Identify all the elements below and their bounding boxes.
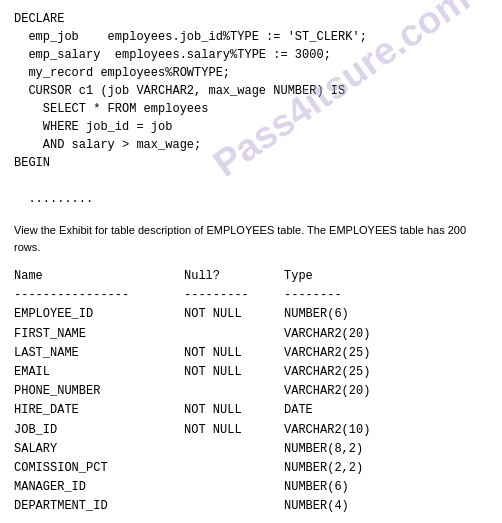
cell-name: EMPLOYEE_ID: [14, 305, 184, 324]
cell-null: NOT NULL: [184, 401, 284, 420]
cell-null: [184, 497, 284, 516]
table-header: Name Null? Type: [14, 267, 488, 286]
cell-name: JOB_ID: [14, 421, 184, 440]
table-row: COMISSION_PCTNUMBER(2,2): [14, 459, 488, 478]
cell-name: PHONE_NUMBER: [14, 382, 184, 401]
cell-type: NUMBER(2,2): [284, 459, 434, 478]
cell-null: [184, 478, 284, 497]
cell-type: VARCHAR2(25): [284, 363, 434, 382]
divider-type: --------: [284, 286, 434, 305]
cell-type: VARCHAR2(25): [284, 344, 434, 363]
cell-null: [184, 382, 284, 401]
divider-name: ----------------: [14, 286, 184, 305]
table-row: PHONE_NUMBERVARCHAR2(20): [14, 382, 488, 401]
table-row: HIRE_DATENOT NULLDATE: [14, 401, 488, 420]
cell-type: NUMBER(6): [284, 305, 434, 324]
cell-null: NOT NULL: [184, 363, 284, 382]
cell-type: NUMBER(4): [284, 497, 434, 516]
col-header-null: Null?: [184, 267, 284, 286]
cell-name: EMAIL: [14, 363, 184, 382]
cell-name: LAST_NAME: [14, 344, 184, 363]
cell-type: VARCHAR2(20): [284, 382, 434, 401]
cell-type: VARCHAR2(20): [284, 325, 434, 344]
col-header-name: Name: [14, 267, 184, 286]
cell-null: [184, 459, 284, 478]
cell-type: NUMBER(8,2): [284, 440, 434, 459]
cell-name: HIRE_DATE: [14, 401, 184, 420]
table-row: FIRST_NAMEVARCHAR2(20): [14, 325, 488, 344]
cell-name: MANAGER_ID: [14, 478, 184, 497]
table-divider: ---------------- --------- --------: [14, 286, 488, 305]
cell-null: [184, 325, 284, 344]
table-row: LAST_NAMENOT NULLVARCHAR2(25): [14, 344, 488, 363]
cell-name: SALARY: [14, 440, 184, 459]
cell-type: DATE: [284, 401, 434, 420]
divider-null: ---------: [184, 286, 284, 305]
cell-name: COMISSION_PCT: [14, 459, 184, 478]
cell-null: NOT NULL: [184, 305, 284, 324]
cell-null: NOT NULL: [184, 421, 284, 440]
cell-name: DEPARTMENT_ID: [14, 497, 184, 516]
employees-table: Name Null? Type ---------------- -------…: [14, 267, 488, 516]
cell-null: NOT NULL: [184, 344, 284, 363]
cell-null: [184, 440, 284, 459]
table-row: EMAILNOT NULLVARCHAR2(25): [14, 363, 488, 382]
description-text: View the Exhibit for table description o…: [14, 222, 488, 255]
cell-type: NUMBER(6): [284, 478, 434, 497]
table-row: EMPLOYEE_IDNOT NULLNUMBER(6): [14, 305, 488, 324]
cell-type: VARCHAR2(10): [284, 421, 434, 440]
table-row: SALARYNUMBER(8,2): [14, 440, 488, 459]
table-row: JOB_IDNOT NULLVARCHAR2(10): [14, 421, 488, 440]
table-row: DEPARTMENT_IDNUMBER(4): [14, 497, 488, 516]
table-row: MANAGER_IDNUMBER(6): [14, 478, 488, 497]
col-header-type: Type: [284, 267, 434, 286]
cell-name: FIRST_NAME: [14, 325, 184, 344]
code-block: DECLARE emp_job employees.job_id%TYPE :=…: [14, 10, 488, 208]
